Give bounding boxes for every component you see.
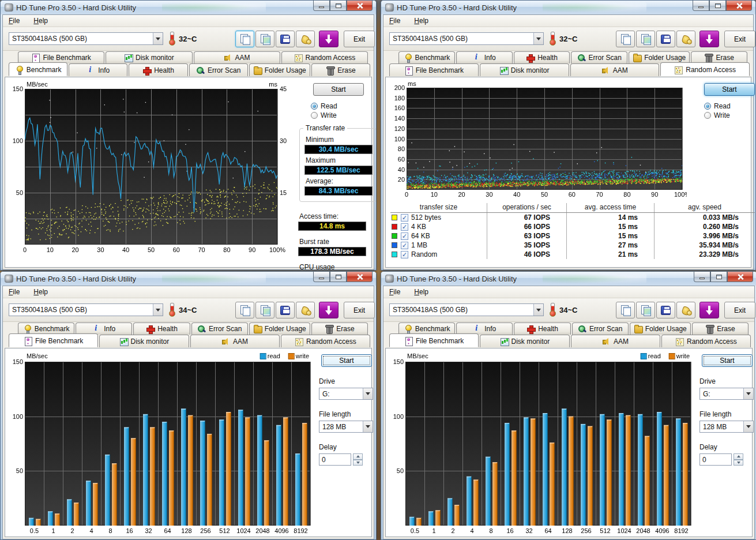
tab-error-scan[interactable]: Error Scan	[191, 322, 248, 335]
minimize-button[interactable]	[694, 272, 710, 282]
menu-help[interactable]: Help	[33, 288, 48, 296]
start-button[interactable]: Start	[321, 354, 372, 367]
window-titlebar[interactable]: HD Tune Pro 3.50 - Hard Disk Utility	[1, 272, 376, 286]
combo-dropdown-button[interactable]	[533, 304, 543, 316]
combo-dropdown-button[interactable]	[533, 33, 543, 44]
tab-erase[interactable]: Erase	[311, 322, 368, 335]
write-radio[interactable]	[311, 112, 318, 119]
tab-random-access[interactable]: Random Access	[281, 51, 368, 63]
menu-file[interactable]: File	[389, 17, 400, 25]
menu-help[interactable]: Help	[414, 17, 428, 25]
combo-dropdown-button[interactable]	[363, 388, 373, 399]
maximize-button[interactable]	[330, 272, 347, 282]
series-checkbox[interactable]: ✓	[401, 223, 408, 231]
tab-erase[interactable]: Erase	[692, 322, 749, 335]
delay-input[interactable]: 0	[699, 453, 732, 466]
tab-file-benchmark[interactable]: File Benchmark	[18, 51, 104, 63]
tab-info[interactable]: Info	[69, 63, 127, 76]
tab-folder-usage[interactable]: Folder Usage	[249, 63, 310, 76]
tab-erase[interactable]: Erase	[311, 63, 370, 76]
exit-button[interactable]: Exit	[344, 31, 375, 47]
combo-dropdown-button[interactable]	[153, 33, 163, 44]
copy-text-button[interactable]	[616, 31, 635, 47]
exit-button[interactable]: Exit	[724, 302, 755, 318]
save-button[interactable]	[276, 302, 295, 318]
minimize-button[interactable]	[313, 1, 330, 11]
copy-text-button[interactable]	[235, 302, 254, 318]
drive-letter-select[interactable]: G:	[699, 388, 754, 400]
file-length-select[interactable]: 128 MB	[319, 421, 373, 433]
read-radio[interactable]	[311, 103, 318, 110]
tab-disk-monitor[interactable]: Disk monitor	[480, 63, 569, 76]
start-button[interactable]: Start	[702, 354, 753, 367]
download-button[interactable]	[699, 302, 719, 318]
window-titlebar[interactable]: HD Tune Pro 3.50 - Hard Disk Utility	[381, 1, 755, 14]
tab-health[interactable]: Health	[514, 51, 570, 63]
maximize-button[interactable]	[330, 1, 347, 11]
tab-aam[interactable]: AAM	[571, 335, 660, 347]
menu-file[interactable]: File	[389, 288, 400, 296]
close-button[interactable]	[726, 1, 752, 11]
combo-dropdown-button[interactable]	[153, 304, 163, 316]
tab-folder-usage[interactable]: Folder Usage	[629, 51, 690, 63]
file-length-select[interactable]: 128 MB	[699, 421, 754, 433]
tab-benchmark[interactable]: Benchmark	[398, 322, 455, 335]
options-button[interactable]	[676, 302, 695, 318]
download-button[interactable]	[319, 302, 338, 318]
options-button[interactable]	[296, 302, 315, 318]
tab-aam[interactable]: AAM	[190, 335, 280, 347]
tab-benchmark[interactable]: Benchmark	[18, 322, 74, 335]
spinner-up-button[interactable]	[734, 453, 743, 460]
tab-info[interactable]: Info	[76, 322, 132, 335]
download-button[interactable]	[699, 31, 719, 47]
tab-file-benchmark[interactable]: File Benchmark	[389, 333, 479, 347]
tab-error-scan[interactable]: Error Scan	[571, 51, 627, 63]
tab-random-access[interactable]: Random Access	[660, 62, 750, 76]
copy-screenshot-button[interactable]	[636, 302, 655, 318]
exit-button[interactable]: Exit	[344, 302, 375, 318]
tab-random-access[interactable]: Random Access	[661, 335, 751, 347]
maximize-button[interactable]	[710, 272, 727, 282]
tab-benchmark[interactable]: Benchmark	[398, 51, 455, 63]
copy-text-button[interactable]	[616, 302, 635, 318]
save-button[interactable]	[276, 31, 295, 47]
options-button[interactable]	[296, 31, 315, 47]
tab-info[interactable]: Info	[456, 322, 513, 335]
delay-input[interactable]: 0	[319, 453, 351, 466]
copy-screenshot-button[interactable]	[636, 31, 655, 47]
tab-disk-monitor[interactable]: Disk monitor	[99, 335, 189, 347]
start-button[interactable]: Start	[704, 83, 755, 96]
close-button[interactable]	[727, 272, 753, 282]
drive-select[interactable]: ST3500418AS (500 GB)	[9, 32, 163, 45]
series-checkbox[interactable]: ✓	[401, 214, 408, 222]
download-button[interactable]	[319, 31, 338, 47]
tab-health[interactable]: Health	[514, 322, 570, 335]
series-checkbox[interactable]: ✓	[401, 242, 408, 249]
minimize-button[interactable]	[313, 272, 330, 282]
options-button[interactable]	[676, 31, 695, 47]
close-button[interactable]	[347, 1, 373, 11]
menu-file[interactable]: File	[9, 288, 20, 296]
write-radio[interactable]	[704, 112, 711, 119]
tab-file-benchmark[interactable]: File Benchmark	[9, 333, 98, 347]
save-button[interactable]	[656, 31, 675, 47]
tab-folder-usage[interactable]: Folder Usage	[630, 322, 691, 335]
menu-file[interactable]: File	[9, 17, 20, 25]
tab-disk-monitor[interactable]: Disk monitor	[106, 51, 192, 63]
drive-select[interactable]: ST3500418AS (500 GB)	[389, 303, 544, 316]
spinner-down-button[interactable]	[734, 460, 743, 466]
read-radio[interactable]	[704, 103, 711, 110]
drive-letter-select[interactable]: G:	[319, 388, 373, 400]
save-button[interactable]	[656, 302, 675, 318]
window-titlebar[interactable]: HD Tune Pro 3.50 - Hard Disk Utility	[1, 1, 376, 14]
spinner-down-button[interactable]	[353, 460, 363, 466]
minimize-button[interactable]	[693, 1, 709, 11]
tab-health[interactable]: Health	[133, 322, 190, 335]
start-button[interactable]: Start	[313, 83, 364, 96]
drive-select[interactable]: ST3500418AS (500 GB)	[389, 32, 544, 45]
tab-benchmark[interactable]: Benchmark	[9, 62, 67, 76]
maximize-button[interactable]	[709, 1, 726, 11]
tab-folder-usage[interactable]: Folder Usage	[249, 322, 310, 335]
tab-health[interactable]: Health	[129, 63, 187, 76]
tab-erase[interactable]: Erase	[691, 51, 747, 63]
